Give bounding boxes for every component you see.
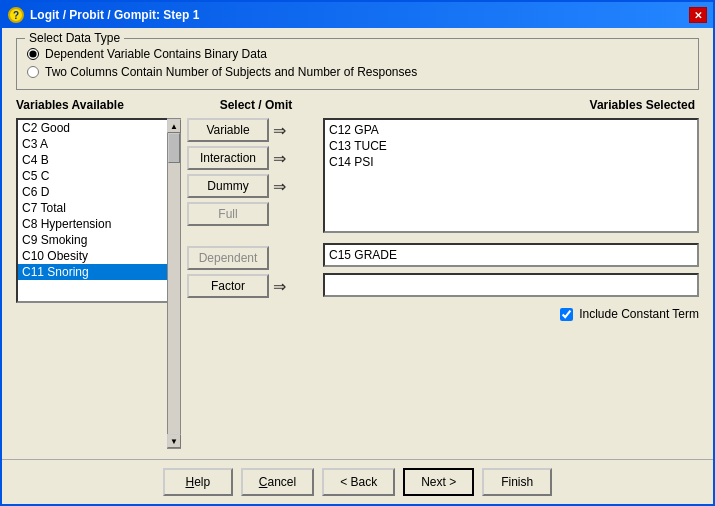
dependent-field: C15 GRADE bbox=[323, 243, 699, 267]
variables-listbox[interactable]: C2 Good C3 A C4 B C5 C C6 D C7 Total C8 … bbox=[16, 118, 167, 303]
dependent-field-row: C15 GRADE bbox=[323, 243, 699, 267]
app-icon: ? bbox=[8, 7, 24, 23]
listbox-container: C2 Good C3 A C4 B C5 C C6 D C7 Total C8 … bbox=[16, 118, 181, 449]
scrollbar[interactable]: ▲ ▼ bbox=[167, 118, 181, 449]
dummy-arrow: ⇒ bbox=[273, 177, 286, 196]
scroll-up[interactable]: ▲ bbox=[167, 119, 181, 133]
radio-columns-label[interactable]: Two Columns Contain Number of Subjects a… bbox=[27, 65, 688, 79]
finish-button[interactable]: Finish bbox=[482, 468, 552, 496]
radio-binary-label[interactable]: Dependent Variable Contains Binary Data bbox=[27, 47, 688, 61]
radio-binary-input[interactable] bbox=[27, 48, 39, 60]
interaction-row: Interaction ⇒ bbox=[187, 146, 317, 170]
list-item[interactable]: C8 Hypertension bbox=[18, 216, 167, 232]
list-item[interactable]: C9 Smoking bbox=[18, 232, 167, 248]
list-item[interactable]: C3 A bbox=[18, 136, 167, 152]
next-label: Next > bbox=[421, 475, 456, 489]
dependent-value: C15 GRADE bbox=[329, 248, 397, 262]
dependent-button[interactable]: Dependent bbox=[187, 246, 269, 270]
scroll-track bbox=[168, 133, 180, 434]
list-item[interactable]: C5 C bbox=[18, 168, 167, 184]
title-bar: ? Logit / Probit / Gompit: Step 1 ✕ bbox=[2, 2, 713, 28]
close-button[interactable]: ✕ bbox=[689, 7, 707, 23]
window-title: Logit / Probit / Gompit: Step 1 bbox=[30, 8, 199, 22]
main-window: ? Logit / Probit / Gompit: Step 1 ✕ Sele… bbox=[0, 0, 715, 506]
constant-row: Include Constant Term bbox=[323, 307, 699, 321]
right-panel: C12 GPA C13 TUCE C14 PSI C15 GRADE bbox=[323, 118, 699, 449]
factor-button[interactable]: Factor bbox=[187, 274, 269, 298]
list-item[interactable]: C10 Obesity bbox=[18, 248, 167, 264]
list-item[interactable]: C4 B bbox=[18, 152, 167, 168]
radio-columns-text: Two Columns Contain Number of Subjects a… bbox=[45, 65, 417, 79]
help-underline-letter: H bbox=[185, 475, 194, 489]
selected-var-item: C14 PSI bbox=[329, 154, 693, 170]
back-button[interactable]: < Back bbox=[322, 468, 395, 496]
title-bar-left: ? Logit / Probit / Gompit: Step 1 bbox=[8, 7, 199, 23]
full-row: Full bbox=[187, 202, 317, 226]
data-type-group: Select Data Type Dependent Variable Cont… bbox=[16, 38, 699, 90]
columns-body: C2 Good C3 A C4 B C5 C C6 D C7 Total C8 … bbox=[16, 118, 699, 449]
radio-binary-text: Dependent Variable Contains Binary Data bbox=[45, 47, 267, 61]
dependent-row-btn: Dependent bbox=[187, 246, 317, 270]
factor-field-row bbox=[323, 273, 699, 297]
factor-field[interactable] bbox=[323, 273, 699, 297]
list-item[interactable]: C7 Total bbox=[18, 200, 167, 216]
vars-selected-header: Variables Selected bbox=[326, 98, 699, 112]
full-button[interactable]: Full bbox=[187, 202, 269, 226]
include-constant-checkbox[interactable] bbox=[560, 308, 573, 321]
content-area: Select Data Type Dependent Variable Cont… bbox=[2, 28, 713, 459]
vars-available-header: Variables Available bbox=[16, 98, 186, 112]
scroll-thumb[interactable] bbox=[168, 133, 180, 163]
list-item[interactable]: C6 D bbox=[18, 184, 167, 200]
selected-vars-box[interactable]: C12 GPA C13 TUCE C14 PSI bbox=[323, 118, 699, 233]
factor-arrow: ⇒ bbox=[273, 277, 286, 296]
variable-row: Variable ⇒ bbox=[187, 118, 317, 142]
dummy-button[interactable]: Dummy bbox=[187, 174, 269, 198]
next-button[interactable]: Next > bbox=[403, 468, 474, 496]
selected-var-item: C13 TUCE bbox=[329, 138, 693, 154]
interaction-arrow: ⇒ bbox=[273, 149, 286, 168]
cancel-button[interactable]: Cancel bbox=[241, 468, 314, 496]
middle-controls: Variable ⇒ Interaction ⇒ Dummy ⇒ Full bbox=[187, 118, 317, 449]
spacer bbox=[187, 230, 317, 242]
select-omit-header: Select / Omit bbox=[186, 98, 326, 112]
list-item-selected[interactable]: C11 Snoring bbox=[18, 264, 167, 280]
variable-arrow: ⇒ bbox=[273, 121, 286, 140]
bottom-bar: Help Cancel < Back Next > Finish bbox=[2, 459, 713, 504]
include-constant-label: Include Constant Term bbox=[579, 307, 699, 321]
back-label: < Back bbox=[340, 475, 377, 489]
interaction-button[interactable]: Interaction bbox=[187, 146, 269, 170]
dummy-row: Dummy ⇒ bbox=[187, 174, 317, 198]
radio-group: Dependent Variable Contains Binary Data … bbox=[27, 47, 688, 79]
columns-header: Variables Available Select / Omit Variab… bbox=[16, 98, 699, 112]
main-area: Variables Available Select / Omit Variab… bbox=[16, 98, 699, 449]
group-box-label: Select Data Type bbox=[25, 31, 124, 45]
factor-row-btn: Factor ⇒ bbox=[187, 274, 317, 298]
scroll-down[interactable]: ▼ bbox=[167, 434, 181, 448]
help-button[interactable]: Help bbox=[163, 468, 233, 496]
finish-label: Finish bbox=[501, 475, 533, 489]
radio-columns-input[interactable] bbox=[27, 66, 39, 78]
list-item[interactable]: C2 Good bbox=[18, 120, 167, 136]
variable-button[interactable]: Variable bbox=[187, 118, 269, 142]
selected-var-item: C12 GPA bbox=[329, 122, 693, 138]
